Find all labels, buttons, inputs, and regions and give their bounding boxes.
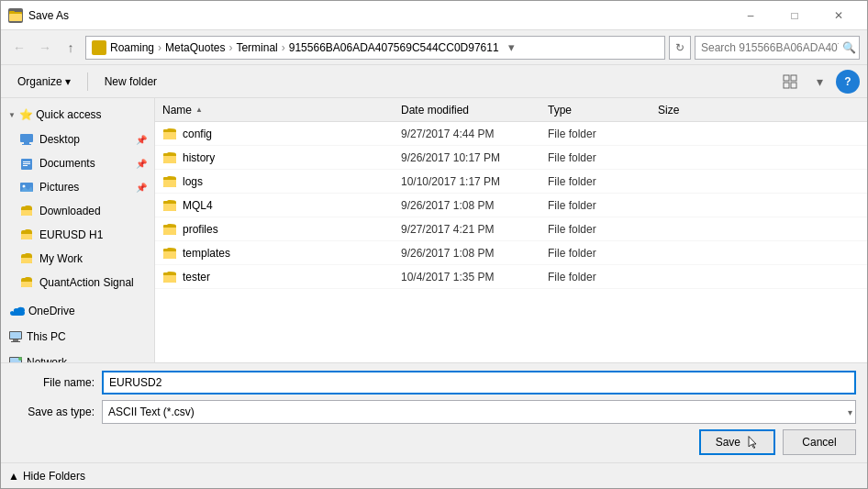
close-button[interactable]: ✕ [818,3,860,28]
path-metaquotes: MetaQuotes [165,41,225,54]
folder-icon [162,270,177,284]
sidebar: ▼ ⭐ Quick access Desktop 📌 Documents 📌 [1,98,155,362]
file-type: File folder [540,223,651,236]
svg-rect-4 [791,75,796,81]
column-date-modified[interactable]: Date modified [394,104,540,117]
file-type: File folder [540,128,651,140]
up-button[interactable]: ↑ [60,37,82,59]
hide-folders-row: ▲ Hide Folders [1,462,867,488]
title-bar: Save As – □ ✕ [1,1,867,30]
svg-rect-1 [9,14,22,21]
filetype-label: Save as type: [12,406,95,418]
quick-access-label: ⭐ Quick access [19,108,102,121]
path-terminal: Terminal [236,41,277,54]
table-row[interactable]: logs 10/10/2017 1:17 PM File folder [155,170,867,194]
bottom-buttons: Save Cancel [12,429,856,455]
file-name: tester [183,271,210,283]
bottom-panel: File name: Save as type: ASCII Text (*.c… [1,362,867,462]
search-input[interactable] [701,41,839,54]
file-name: templates [183,247,230,260]
table-row[interactable]: profiles 9/27/2017 4:21 PM File folder [155,217,867,241]
file-list-header: Name ▲ Date modified Type Size [155,98,867,122]
view-button[interactable] [777,70,803,94]
help-button[interactable]: ? [836,70,860,94]
dialog-title: Save As [28,9,729,22]
sidebar-my-work-label: My Work [39,252,83,265]
table-row[interactable]: history 9/26/2017 10:17 PM File folder [155,146,867,170]
folder-icon [162,174,177,189]
path-dropdown-button[interactable]: ▾ [503,37,521,59]
svg-rect-11 [23,161,30,162]
filetype-select[interactable]: ASCII Text (*.csv) CSV (*.csv) Text (*.t… [102,400,856,424]
title-icon [8,8,23,23]
file-date: 9/26/2017 1:08 PM [394,247,540,260]
path-folder-icon [92,40,106,55]
filetype-select-wrapper: ASCII Text (*.csv) CSV (*.csv) Text (*.t… [102,400,856,424]
path-id: 915566BA06ADA407569C544CC0D97611 [289,41,499,54]
hide-folders-arrow: ▲ [8,470,19,483]
address-path[interactable]: Roaming › MetaQuotes › Terminal › 915566… [85,36,665,60]
minimize-button[interactable]: – [729,3,772,28]
column-name[interactable]: Name ▲ [155,104,394,117]
table-row[interactable]: config 9/27/2017 4:44 PM File folder [155,122,867,146]
file-type: File folder [540,247,651,260]
column-size[interactable]: Size [651,104,724,117]
file-date: 9/27/2017 4:21 PM [394,223,540,236]
sidebar-item-eurusd-h1[interactable]: EURUSD H1 [1,223,154,247]
new-folder-button[interactable]: New folder [95,70,166,94]
quick-access-arrow: ▼ [8,111,16,119]
sidebar-item-pictures[interactable]: Pictures 📌 [1,175,154,199]
my-work-icon [19,251,34,266]
folder-icon [162,127,177,141]
sidebar-item-quantaction[interactable]: QuantAction Signal [1,271,154,295]
file-name: profiles [183,223,218,236]
sidebar-section-quick-access[interactable]: ▼ ⭐ Quick access [1,102,154,128]
file-date: 9/26/2017 1:08 PM [394,199,540,212]
sidebar-item-downloaded[interactable]: Downloaded [1,199,154,223]
view-dropdown-button[interactable]: ▾ [807,70,832,94]
svg-rect-7 [20,134,33,142]
file-name: history [183,151,215,164]
file-name: MQL4 [183,199,213,212]
back-button[interactable]: ← [8,37,30,59]
documents-icon [19,156,34,171]
hide-folders-link[interactable]: ▲ Hide Folders [8,470,85,483]
table-row[interactable]: MQL4 9/26/2017 1:08 PM File folder [155,194,867,217]
pictures-pin: 📌 [136,183,147,193]
address-bar: ← → ↑ Roaming › MetaQuotes › Terminal › … [1,30,867,65]
sidebar-item-network[interactable]: Network [1,350,154,362]
table-row[interactable]: tester 10/4/2017 1:35 PM File folder [155,265,867,289]
table-row[interactable]: templates 9/26/2017 1:08 PM File folder [155,241,867,265]
sidebar-item-my-work[interactable]: My Work [1,247,154,271]
sidebar-item-documents[interactable]: Documents 📌 [1,151,154,175]
refresh-button[interactable]: ↻ [669,36,691,60]
svg-rect-19 [13,339,18,341]
svg-rect-3 [784,75,789,81]
filename-input[interactable] [102,371,856,395]
downloaded-icon [19,204,34,218]
cancel-button[interactable]: Cancel [783,429,856,455]
svg-rect-12 [23,163,30,164]
sidebar-documents-label: Documents [39,157,95,170]
sidebar-quantaction-label: QuantAction Signal [39,276,134,289]
folder-icon [162,150,177,165]
forward-button[interactable]: → [34,37,56,59]
sidebar-item-this-pc[interactable]: This PC [1,324,154,350]
eurusd-icon [19,228,34,242]
column-type[interactable]: Type [540,104,651,117]
sidebar-item-desktop[interactable]: Desktop 📌 [1,128,154,151]
filename-row: File name: [12,371,856,395]
file-type: File folder [540,175,651,188]
hide-folders-label: Hide Folders [23,470,85,483]
save-button[interactable]: Save [699,429,775,455]
file-type: File folder [540,271,651,283]
search-icon: 🔍 [842,41,856,54]
pictures-icon [19,180,34,194]
network-label: Network [27,356,67,362]
organize-button[interactable]: Organize ▾ [8,70,80,94]
maximize-button[interactable]: □ [773,3,816,28]
path-roaming: Roaming [110,41,154,54]
file-date: 9/27/2017 4:44 PM [394,128,540,140]
sidebar-item-onedrive[interactable]: OneDrive [1,298,154,324]
search-box[interactable]: 🔍 [695,36,860,60]
